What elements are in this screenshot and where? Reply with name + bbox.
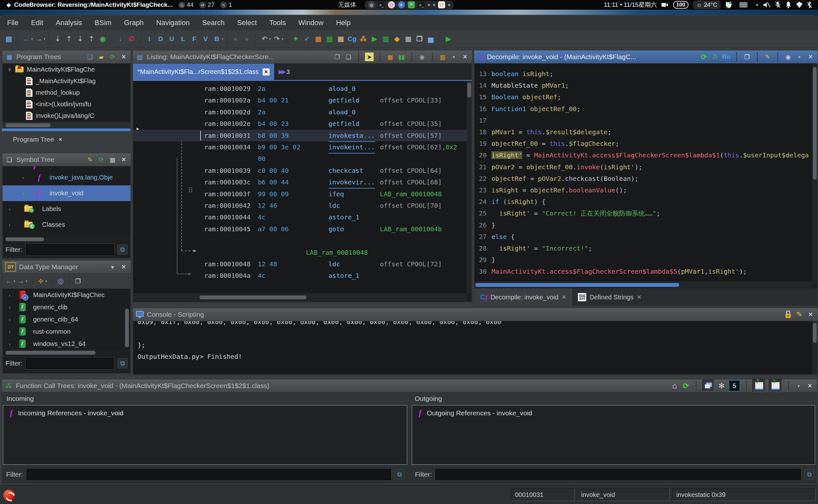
tab-defined-strings[interactable]: 0101DATDefined Strings✕	[572, 288, 647, 306]
label-tool-icon[interactable]: L	[178, 34, 188, 44]
panel-menu-icon[interactable]: ▾	[795, 53, 804, 61]
chevron-right-icon[interactable]: ›	[21, 190, 26, 196]
tray-browser-icon[interactable]: ✈	[398, 1, 405, 8]
copy-icon[interactable]: ❐	[743, 53, 751, 61]
plugin-sheet-icon[interactable]: ▤	[324, 34, 334, 44]
back-icon[interactable]: ←	[22, 34, 31, 44]
paste-block-down-icon[interactable]: ⇣	[75, 34, 85, 44]
forward-icon[interactable]: →	[34, 34, 44, 44]
chevron-right-icon[interactable]: ›	[7, 206, 12, 212]
close-panel-icon[interactable]: ×	[120, 155, 128, 164]
close-tab-icon[interactable]: ✕	[562, 294, 566, 301]
undo-icon-dropdown[interactable]: ▾	[269, 37, 271, 41]
plugin-clover-icon[interactable]: ✦	[291, 34, 301, 44]
symbol-tree-item-classes[interactable]: ›CClasses	[3, 217, 130, 233]
volume-muted-icon[interactable]	[763, 2, 770, 8]
listing-instruction-row[interactable]: ram:0001004a4castore_1	[133, 270, 467, 281]
chevron-right-icon[interactable]: ›	[7, 305, 12, 310]
decompile-code-line[interactable]: isRight' = "Incorrect!";	[492, 243, 592, 254]
menu-search[interactable]: Search	[202, 19, 225, 27]
edit-pinned-icon[interactable]: ✎	[86, 155, 94, 164]
filter-options-icon[interactable]: ⧉	[117, 358, 128, 368]
close-panel-icon[interactable]: ×	[806, 53, 815, 61]
status-dot-icon[interactable]	[756, 4, 758, 6]
dtm-header[interactable]: DT Data Type Manager ▾ ×	[2, 261, 131, 274]
decompile-code-line[interactable]: }	[492, 254, 495, 266]
symbol-filter-input[interactable]	[26, 244, 114, 255]
clear-console-icon[interactable]: ✎	[795, 310, 804, 319]
program-tree-hscroll[interactable]	[5, 123, 50, 127]
search-text-icon[interactable]: ●	[242, 34, 252, 44]
camera-icon[interactable]	[662, 2, 668, 7]
undo-icon[interactable]: ↶	[260, 34, 270, 44]
decompile-code-line[interactable]: }	[492, 219, 495, 231]
decompile-content[interactable]: 13boolean isRight;14MutableState pMVar1;…	[475, 64, 812, 281]
go-down-icon[interactable]: ↓	[115, 34, 125, 44]
listing-instruction-row[interactable]: ram:000100292aaload_0	[133, 83, 467, 94]
program-tree-item[interactable]: <init>(Lkotlin/jvm/fu	[3, 98, 130, 110]
clock[interactable]: 11:11 • 11/15星期六	[604, 1, 657, 9]
menu-graph[interactable]: Graph	[124, 19, 144, 27]
chevron-down-icon[interactable]: ∨	[7, 66, 12, 72]
snapshot-icon[interactable]: ◉	[784, 53, 792, 61]
plugin-cg-icon[interactable]: Cg	[347, 34, 357, 44]
refresh-symbols-icon[interactable]: ⟳	[97, 155, 105, 164]
search-memory-icon[interactable]: ●	[231, 34, 241, 44]
decompile-code-line[interactable]: Boolean objectRef;	[492, 91, 561, 103]
function-tool-icon[interactable]: F	[189, 34, 199, 44]
decompile-code-line[interactable]: objectRef = pOVar2.checkcast(Boolean);	[492, 173, 639, 184]
close-panel-icon[interactable]: ×	[461, 53, 469, 61]
weather-indicator[interactable]: ☼24°C	[693, 1, 721, 9]
transfer-count-badge[interactable]: ⇄27	[199, 1, 214, 8]
plugin-run-icon[interactable]: ▶	[369, 34, 379, 44]
decompile-hscroll[interactable]	[476, 283, 679, 287]
console-header[interactable]: Console - Scripting ✎ ×	[133, 308, 818, 321]
dtm-item-generic-clib-64[interactable]: ›generic_clib_64	[3, 313, 130, 325]
shield-icon[interactable]	[796, 2, 803, 8]
listing-hscroll[interactable]	[200, 296, 306, 299]
chevron-right-icon[interactable]: ›	[21, 175, 26, 180]
undefine-tool-icon[interactable]: U	[167, 34, 177, 44]
filter-options-icon[interactable]: ⧉	[394, 469, 404, 480]
decompile-code-line[interactable]: pOVar2 = objectRef_00.invoke(isRight');	[492, 161, 643, 173]
tray-dot-icon[interactable]	[428, 4, 430, 6]
listing-instruction-row[interactable]: 00	[133, 153, 467, 164]
listing-content[interactable]: ▶ ▶ ➤ ram:000100292aaload_0ram:0001002ab…	[133, 81, 467, 293]
symbol-tree-item-invoke-void[interactable]: ›finvoke_void	[3, 185, 130, 201]
dtm-item-windows-vs12-64[interactable]: ›windows_vs12_64	[3, 338, 130, 350]
listing-instruction-row[interactable]: ram:0001004812 48ldcoffset CPOOL[72]	[133, 258, 467, 270]
tray-dot-icon[interactable]	[433, 4, 435, 6]
hidden-tabs-badge[interactable]: ▶▶3	[274, 64, 290, 80]
chevron-right-icon[interactable]: ›	[7, 317, 12, 322]
decompile-code-line[interactable]: pMVar1 = this.$result$delegate;	[492, 126, 611, 138]
close-panel-icon[interactable]: ×	[806, 382, 814, 390]
symbol-tree-item-invoke-java-lang-obje[interactable]: ›finvoke_java.lang.Obje	[3, 170, 130, 185]
listing-instruction-row[interactable]: ram:00010031b8 00 39invokesta...offset C…	[133, 130, 467, 141]
refresh-tree-icon[interactable]: ⟳	[108, 53, 117, 61]
chevron-right-icon[interactable]: ›	[7, 292, 12, 298]
variable-tool-icon[interactable]: V	[200, 34, 210, 44]
panel-menu-icon[interactable]: ▾	[795, 382, 803, 390]
menu-tools[interactable]: Tools	[269, 19, 286, 27]
outgoing-filter-input[interactable]	[435, 469, 801, 480]
refresh-decompile-icon[interactable]: ⟳	[700, 53, 708, 61]
ro-toggle[interactable]: Ro	[722, 53, 731, 61]
forward-icon-dropdown[interactable]: ▾	[44, 37, 46, 41]
call-trees-header[interactable]: ⁂ Function Call Trees: invoke_void - (Ma…	[2, 379, 817, 393]
mic-muted-icon[interactable]	[775, 1, 781, 8]
split-view-icon[interactable]: ▦	[108, 155, 117, 164]
clone-view-icon[interactable]: ❑	[344, 53, 352, 61]
plugin-book-icon[interactable]: ▥	[381, 34, 391, 44]
notification-bell-icon[interactable]	[785, 1, 792, 8]
decompile-code-line[interactable]: MainActivityKt.access$FlagCheckerScreen$…	[492, 266, 747, 277]
listing-margin-icon[interactable]: ▥	[439, 53, 447, 61]
filter-options-icon[interactable]: ⧉	[804, 469, 814, 480]
listing-instruction-row[interactable]: ram:00010039c0 00 40checkcastoffset CPOO…	[133, 165, 467, 176]
plugin-chart-icon[interactable]: ▅	[426, 34, 436, 44]
dtm-item-rust-common[interactable]: ›rust-common	[3, 325, 130, 338]
plugin-diamond-icon[interactable]: ◆	[392, 34, 402, 44]
listing-instruction-row[interactable]: ram:0001003cb6 00 44invokevir...offset C…	[133, 176, 467, 188]
close-panel-icon[interactable]: ×	[120, 263, 128, 271]
decompile-code-line[interactable]: if (isRight) {	[492, 196, 546, 208]
listing-instruction-row[interactable]: ram:00010034b9 00 3e 02invokeint...offse…	[133, 141, 467, 153]
